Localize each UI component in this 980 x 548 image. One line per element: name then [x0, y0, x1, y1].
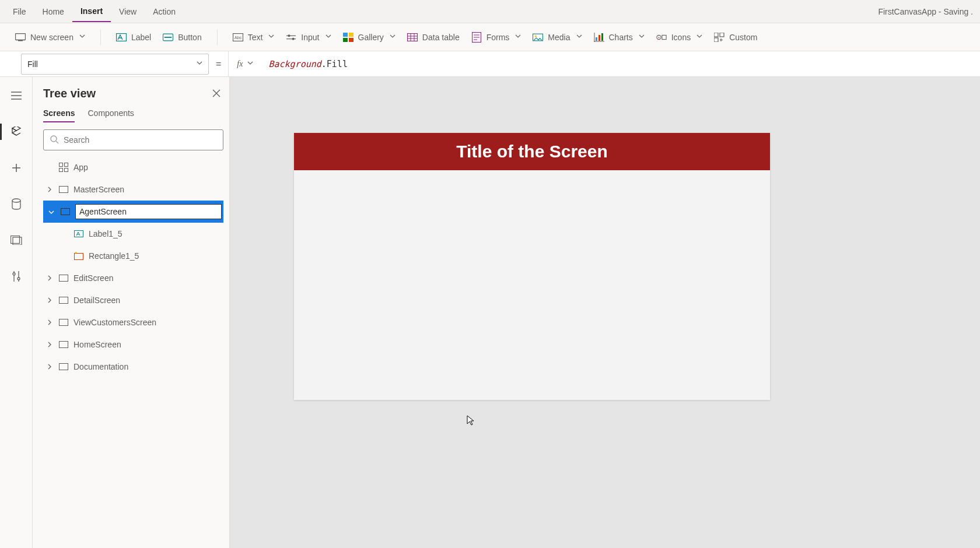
- tree-node-documentation[interactable]: Documentation: [43, 356, 223, 378]
- chevron-down-icon[interactable]: [47, 207, 55, 216]
- chevron-down-icon: [576, 34, 582, 40]
- tab-components[interactable]: Components: [88, 108, 134, 122]
- media-rail-button[interactable]: [5, 229, 28, 252]
- svg-point-8: [288, 34, 290, 37]
- tree-node-masterscreen[interactable]: MasterScreen: [43, 178, 223, 201]
- tree-label: Label1_5: [89, 229, 123, 238]
- chevron-down-icon: [268, 34, 274, 40]
- app-title-status: FirstCanvasApp - Saving .: [878, 7, 975, 16]
- menu-action[interactable]: Action: [145, 1, 184, 22]
- search-box[interactable]: [43, 129, 223, 150]
- icons-icon: +: [656, 32, 667, 43]
- screen-icon: [58, 295, 69, 305]
- tree-node-homescreen[interactable]: HomeScreen: [43, 333, 223, 356]
- media-label: Media: [548, 33, 570, 42]
- rectangle-icon: [74, 251, 84, 261]
- fx-indicator[interactable]: fx: [228, 51, 261, 76]
- rename-input[interactable]: [75, 204, 222, 219]
- screen-icon: [60, 206, 71, 217]
- tree-node-label1-5[interactable]: Label1_5: [43, 223, 223, 245]
- media-dropdown[interactable]: Media: [527, 29, 587, 46]
- button-button[interactable]: Button: [157, 29, 207, 46]
- tree-view-button[interactable]: [5, 120, 28, 143]
- menu-home[interactable]: Home: [34, 1, 72, 22]
- chevron-right-icon[interactable]: [46, 185, 54, 194]
- svg-point-47: [13, 273, 15, 275]
- tree-label: EditScreen: [74, 273, 113, 283]
- tree-node-editscreen[interactable]: EditScreen: [43, 267, 223, 289]
- charts-dropdown[interactable]: Charts: [588, 29, 650, 46]
- gallery-dropdown[interactable]: Gallery: [337, 29, 401, 46]
- svg-rect-15: [407, 33, 417, 41]
- tree-label: ViewCustomersScreen: [74, 318, 156, 327]
- tree-view-panel: Tree view Screens Components App: [33, 77, 230, 548]
- advanced-button[interactable]: [5, 265, 28, 288]
- custom-label: Custom: [729, 33, 757, 42]
- tree-node-app[interactable]: App: [43, 156, 223, 178]
- menu-insert[interactable]: Insert: [72, 1, 111, 22]
- cursor-icon: [467, 415, 475, 426]
- chevron-right-icon[interactable]: [46, 362, 54, 371]
- forms-dropdown[interactable]: Forms: [466, 29, 527, 46]
- svg-point-49: [51, 136, 57, 142]
- input-dropdown[interactable]: Input: [280, 29, 337, 46]
- svg-rect-14: [349, 38, 354, 42]
- menu-view[interactable]: View: [111, 1, 145, 22]
- svg-rect-51: [60, 163, 63, 167]
- screen-title-bar[interactable]: Title of the Screen: [294, 133, 770, 170]
- tree-label: App: [74, 163, 88, 172]
- menu-file[interactable]: File: [5, 1, 34, 22]
- fx-icon: fx: [237, 59, 243, 69]
- tree-node-detailscreen[interactable]: DetailScreen: [43, 289, 223, 311]
- hamburger-button[interactable]: [5, 84, 28, 107]
- screen-icon: [58, 273, 69, 283]
- chevron-down-icon: [197, 61, 202, 67]
- svg-text:Abc: Abc: [235, 36, 242, 40]
- button-icon: [163, 32, 173, 43]
- device-preview[interactable]: Title of the Screen: [294, 133, 770, 400]
- label-button[interactable]: Label: [110, 29, 157, 46]
- search-input[interactable]: [64, 135, 217, 145]
- tree-label: Documentation: [74, 362, 128, 371]
- chevron-right-icon[interactable]: [46, 296, 54, 305]
- separator: [217, 29, 218, 45]
- svg-rect-35: [720, 33, 724, 37]
- tree-node-viewcustomersscreen[interactable]: ViewCustomersScreen: [43, 311, 223, 333]
- chevron-right-icon[interactable]: [46, 340, 54, 349]
- insert-button[interactable]: [5, 156, 28, 180]
- chevron-down-icon: [79, 34, 85, 40]
- svg-point-42: [12, 199, 20, 202]
- text-dropdown[interactable]: Abc Text: [227, 29, 281, 46]
- screen-icon: [58, 361, 69, 372]
- formula-token-prop: .Fill: [321, 59, 348, 69]
- svg-rect-11: [343, 33, 348, 37]
- icons-dropdown[interactable]: + Icons: [650, 29, 708, 46]
- svg-rect-58: [75, 254, 83, 260]
- svg-rect-63: [60, 342, 68, 348]
- label-text: Label: [131, 33, 151, 42]
- svg-rect-32: [662, 35, 666, 39]
- data-table-button[interactable]: Data table: [401, 29, 466, 46]
- property-selector[interactable]: Fill: [21, 54, 209, 75]
- tab-screens[interactable]: Screens: [43, 108, 75, 122]
- screen-icon: [15, 32, 26, 43]
- svg-rect-1: [18, 40, 23, 41]
- chevron-down-icon: [326, 34, 331, 40]
- formula-input[interactable]: Background.Fill: [268, 59, 980, 69]
- tree-node-rectangle1-5[interactable]: Rectangle1_5: [43, 245, 223, 267]
- svg-rect-64: [60, 364, 68, 370]
- custom-dropdown[interactable]: Custom: [708, 29, 763, 46]
- table-icon: [407, 32, 418, 43]
- close-panel-button[interactable]: [209, 86, 223, 100]
- custom-icon: [714, 32, 724, 43]
- chevron-right-icon[interactable]: [46, 273, 54, 283]
- chevron-down-icon: [515, 34, 521, 40]
- data-button[interactable]: [5, 192, 28, 216]
- chevron-right-icon[interactable]: [46, 318, 54, 327]
- canvas-area[interactable]: Title of the Screen: [230, 77, 980, 548]
- charts-label: Charts: [609, 33, 633, 42]
- menu-bar: File Home Insert View Action FirstCanvas…: [0, 0, 980, 23]
- tree-node-agentscreen-editing[interactable]: [43, 201, 223, 223]
- new-screen-button[interactable]: New screen: [9, 29, 91, 46]
- svg-rect-60: [60, 275, 68, 282]
